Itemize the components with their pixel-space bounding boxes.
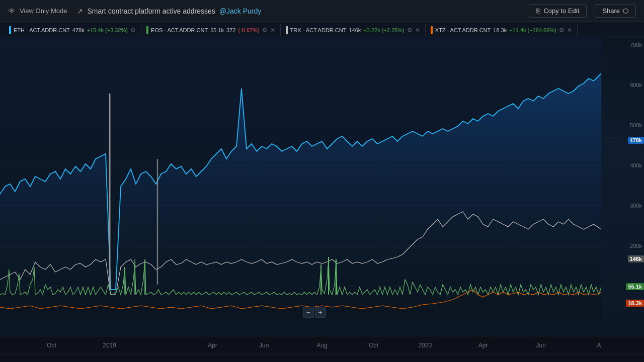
trx-close-icon[interactable]: ✕ (415, 27, 420, 34)
author-link[interactable]: @Jack Purdy (219, 7, 261, 15)
eth-change: +15.4k (+3.32%) (87, 27, 128, 33)
view-only-indicator: 👁 View Only Mode (8, 7, 67, 15)
y-label-600k: 600k (630, 82, 642, 88)
eye-icon: 👁 (8, 7, 16, 15)
x-label-aug: Aug (316, 342, 327, 349)
topbar-actions: ⎘ Copy to Edit Share ⬡ (529, 4, 636, 18)
x-label-jun: Jun (259, 342, 269, 349)
eos-series-name: EOS - ACT.ADDR.CNT (151, 27, 208, 33)
zoom-controls: − + (303, 307, 326, 318)
legend-item-eos: EOS - ACT.ADDR.CNT 55.1k 372 (-0.67%) ⚙ … (141, 24, 281, 36)
eth-series-name: ETH - ACT.ADDR.CNT (14, 27, 70, 33)
y-label-300k: 300k (630, 203, 642, 209)
eos-color-indicator (146, 26, 148, 34)
legend-item-trx: TRX - ACT.ADDR.CNT 146k +3.22k (+2.25%) … (281, 24, 426, 36)
xtz-series-name: XTZ - ACT.ADDR.CNT (435, 27, 491, 33)
chart-title: Smart contract platform active addresses (87, 7, 215, 15)
x-label-apr: Apr (208, 342, 217, 349)
eos-value-badge: 55.1k (626, 283, 644, 290)
trx-change: +3.22k (+2.25%) (363, 27, 404, 33)
chart-container: ETH - ACT.ADDR.CNT 478k +15.4k (+3.32%) … (0, 22, 644, 336)
topbar: 👁 View Only Mode ↗ Smart contract platfo… (0, 0, 644, 22)
x-label-2020: 2020 (418, 342, 432, 349)
eth-value-badge: 478k (628, 137, 644, 144)
legend-bar: ETH - ACT.ADDR.CNT 478k +15.4k (+3.32%) … (0, 22, 644, 38)
eos-settings-icon[interactable]: ⚙ (262, 27, 268, 34)
x-label-jun2: Jun (536, 342, 546, 349)
eos-change-pct: (-0.67%) (238, 27, 259, 33)
copy-to-edit-button[interactable]: ⎘ Copy to Edit (529, 4, 587, 18)
eth-value: 478k (72, 27, 85, 33)
y-label-200k: 200k (630, 243, 642, 249)
x-label-oct2: Oct (369, 342, 378, 349)
zoom-plus-button[interactable]: + (315, 307, 326, 318)
copy-icon: ⎘ (536, 7, 540, 15)
xtz-close-icon[interactable]: ✕ (567, 27, 572, 34)
y-axis: 700k 600k 500k 400k 300k 200k 100k 478k … (616, 38, 644, 320)
x-axis: Oct 2019 Apr Jun Aug Oct 2020 Apr Jun A (0, 336, 644, 354)
eth-settings-icon[interactable]: ⚙ (130, 27, 136, 34)
chart-title-area: ↗ Smart contract platform active address… (77, 7, 529, 15)
y-label-400k: 400k (630, 162, 642, 168)
x-label-a: A (597, 342, 601, 349)
share-button[interactable]: Share ⬡ (595, 4, 636, 18)
y-label-500k: 500k (630, 122, 642, 128)
chart-icon: ↗ (77, 7, 83, 15)
footer: Powered by Coinmetrics (0, 354, 644, 362)
eos-value: 55.1k (210, 27, 224, 33)
share-icon: ⬡ (623, 7, 628, 15)
zoom-minus-button[interactable]: − (303, 307, 314, 318)
eos-change-abs: 372 (226, 27, 235, 33)
legend-item-eth: ETH - ACT.ADDR.CNT 478k +15.4k (+3.32%) … (4, 24, 141, 36)
xtz-value: 18.3k (493, 27, 507, 33)
trx-color-indicator (286, 26, 288, 34)
xtz-settings-icon[interactable]: ⚙ (559, 27, 565, 34)
eth-color-indicator (9, 26, 11, 34)
xtz-change: +11.4k (+164.66%) (509, 27, 556, 33)
trx-series-name: TRX - ACT.ADDR.CNT (290, 27, 347, 33)
eos-close-icon[interactable]: ✕ (270, 27, 275, 34)
x-label-apr2: Apr (478, 342, 488, 349)
x-label-2019: 2019 (103, 342, 116, 349)
x-label-oct: Oct (47, 342, 56, 349)
legend-item-xtz: XTZ - ACT.ADDR.CNT 18.3k +11.4k (+164.66… (426, 24, 578, 36)
xtz-color-indicator (431, 26, 433, 34)
view-only-label: View Only Mode (20, 7, 67, 15)
xtz-value-badge: 18.3k (626, 300, 644, 307)
trx-value-badge: 146k (628, 255, 644, 262)
trx-settings-icon[interactable]: ⚙ (407, 27, 413, 34)
trx-value: 146k (349, 27, 361, 33)
y-label-700k: 700k (630, 42, 642, 48)
chart-svg (0, 38, 601, 320)
